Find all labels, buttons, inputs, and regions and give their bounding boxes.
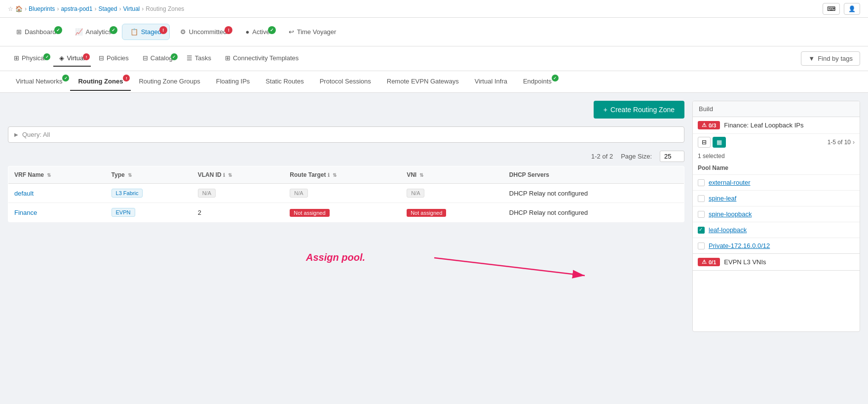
cell-vrf-finance: Finance <box>8 203 106 222</box>
dashboard-icon: ⊞ <box>16 28 22 36</box>
sub-tab-tasks-label: Tasks <box>195 54 211 62</box>
vni-not-assigned-badge: Not assigned <box>407 209 446 217</box>
pool-name-spine-loopback[interactable]: spine-loopback <box>709 210 752 218</box>
nav-tabs: Virtual Networks ✓ Routing Zones ! Routi… <box>0 71 868 93</box>
pool-checkbox-spine-leaf[interactable] <box>698 195 705 202</box>
tab-staged[interactable]: 📋 Staged ! <box>122 24 170 40</box>
tab-time-voyager[interactable]: ↩ Time Voyager <box>280 24 345 40</box>
pool-checkbox-leaf-loopback[interactable] <box>698 227 705 234</box>
pool-checkbox-external-router[interactable] <box>698 179 705 186</box>
evpn-badge-label: 0/1 <box>709 259 716 265</box>
sub-tab-connectivity-label: Connectivity Templates <box>233 54 299 62</box>
selected-count: 1 selected <box>698 153 855 160</box>
vlan-na-badge: N/A <box>198 189 216 198</box>
analytics-icon: 📈 <box>75 28 83 36</box>
sub-tab-tasks[interactable]: ☰ Tasks <box>181 50 217 67</box>
right-panel: Build ⚠ 0/3 Finance: Leaf Loopback IPs ⊟… <box>692 101 860 332</box>
alert-icon-evpn: ⚠ <box>702 259 707 265</box>
cell-type-finance: EVPN <box>106 203 192 222</box>
create-routing-zone-label: Create Routing Zone <box>610 106 675 114</box>
query-bar[interactable]: ▶ Query: All <box>8 126 684 143</box>
evpn-alert-badge: ⚠ 0/1 <box>698 258 720 266</box>
sub-tab-catalog[interactable]: ⊟ Catalog ✓ <box>137 50 179 67</box>
finance-leaf-alert-badge: ⚠ 0/3 <box>698 121 720 129</box>
evpn-l3-title: EVPN L3 VNIs <box>724 258 766 266</box>
sort-type-icon[interactable]: ⇅ <box>128 172 132 178</box>
list-item: spine-leaf <box>693 191 860 206</box>
pool-section-header-evpn: ⚠ 0/1 EVPN L3 VNIs <box>693 254 860 270</box>
nav-tab-routing-zone-groups[interactable]: Routing Zone Groups <box>131 73 208 91</box>
sub-tab-policies[interactable]: ⊟ Policies <box>93 50 135 67</box>
person-button[interactable]: 👤 <box>844 3 860 15</box>
tab-staged-label: Staged <box>141 28 161 36</box>
tab-active[interactable]: ● Active ✓ <box>237 24 278 40</box>
vrf-default-link[interactable]: default <box>14 190 34 197</box>
pool-pagination-next-icon[interactable]: › <box>853 139 855 146</box>
terminal-button[interactable]: ⌨ <box>823 3 840 15</box>
breadcrumb-staged[interactable]: Staged <box>98 5 117 12</box>
nav-tab-virtual-infra[interactable]: Virtual Infra <box>467 73 515 91</box>
breadcrumb-blueprints[interactable]: Blueprints <box>29 5 55 12</box>
nav-tab-protocol-sessions[interactable]: Protocol Sessions <box>312 73 379 91</box>
pool-checkbox-spine-loopback[interactable] <box>698 211 705 218</box>
list-item: Private-172.16.0.0/12 <box>693 238 860 253</box>
sub-tab-virtual[interactable]: ◈ Virtual ! <box>53 50 91 67</box>
page-size-input[interactable] <box>660 151 684 162</box>
sort-vrf-icon[interactable]: ⇅ <box>47 172 51 178</box>
find-by-tags-label: Find by tags <box>818 55 853 62</box>
nav-tab-floating-ips[interactable]: Floating IPs <box>208 73 258 91</box>
table-controls: 1-2 of 2 Page Size: <box>8 151 684 162</box>
tab-uncommitted[interactable]: ⚙ Uncommitted ! <box>172 24 235 40</box>
pool-checkbox-private-172[interactable] <box>698 242 705 249</box>
sort-vlan-icon[interactable]: ⇅ <box>228 172 232 178</box>
virtual-networks-badge: ✓ <box>62 75 69 81</box>
sub-tab-connectivity[interactable]: ⊞ Connectivity Templates <box>219 50 304 67</box>
nav-tab-endpoints[interactable]: Endpoints ✓ <box>515 73 560 91</box>
cell-type-default: L3 Fabric <box>106 184 192 203</box>
endpoints-badge: ✓ <box>552 75 559 81</box>
breadcrumb: ☆ 🏠 › Blueprints › apstra-pod1 › Staged … <box>8 5 184 12</box>
tab-dashboard[interactable]: ⊞ Dashboard ✓ <box>8 24 65 40</box>
nav-tab-static-routes[interactable]: Static Routes <box>258 73 311 91</box>
nav-tab-remote-evpn[interactable]: Remote EVPN Gateways <box>379 73 467 91</box>
connectivity-icon: ⊞ <box>225 54 230 62</box>
list-item: external-router <box>693 175 860 191</box>
analytics-badge: ✓ <box>110 26 117 34</box>
pool-name-spine-leaf[interactable]: spine-leaf <box>709 195 736 202</box>
catalog-icon: ⊟ <box>143 54 148 62</box>
info-route-icon: ℹ <box>328 172 330 178</box>
col-vni: VNI ⇅ <box>401 166 503 184</box>
nav-tab-routing-zones[interactable]: Routing Zones ! <box>70 73 131 91</box>
content-main: + Create Routing Zone ▶ Query: All 1-2 o… <box>8 101 684 332</box>
tab-analytics[interactable]: 📈 Analytics ✓ <box>67 24 120 40</box>
pool-items: external-router spine-leaf spine-loopbac… <box>693 175 860 253</box>
cell-route-default: N/A <box>284 184 401 203</box>
pool-name-leaf-loopback[interactable]: leaf-loopback <box>709 226 747 234</box>
tab-active-label: Active <box>252 28 269 36</box>
sort-vni-icon[interactable]: ⇅ <box>419 172 423 178</box>
page-size-label: Page Size: <box>621 153 652 160</box>
breadcrumb-current: Routing Zones <box>146 5 184 12</box>
pool-ctrl-active-button[interactable]: ▦ <box>713 137 726 148</box>
pool-name-external-router[interactable]: external-router <box>709 179 751 186</box>
vrf-finance-link[interactable]: Finance <box>14 209 37 216</box>
sep1: › <box>57 5 59 12</box>
pool-list-controls: ⊟ ▦ <box>698 137 726 148</box>
breadcrumb-virtual[interactable]: Virtual <box>123 5 140 12</box>
main-tabs: ⊞ Dashboard ✓ 📈 Analytics ✓ 📋 Staged ! ⚙… <box>0 18 868 46</box>
pool-col-header: Pool Name <box>693 162 860 175</box>
col-vrf-name: VRF Name ⇅ <box>8 166 106 184</box>
sort-route-icon[interactable]: ⇅ <box>333 172 337 178</box>
nav-tab-virtual-networks[interactable]: Virtual Networks ✓ <box>8 73 70 91</box>
type-l3-badge: L3 Fabric <box>112 189 143 198</box>
route-not-assigned-badge: Not assigned <box>290 209 329 217</box>
create-routing-zone-button[interactable]: + Create Routing Zone <box>594 101 684 119</box>
pool-ctrl-copy-button[interactable]: ⊟ <box>698 137 711 148</box>
find-by-tags-button[interactable]: ▼ Find by tags <box>801 51 860 66</box>
sub-tab-physical[interactable]: ⊞ Physical ✓ <box>8 50 51 67</box>
tab-time-voyager-label: Time Voyager <box>297 28 337 36</box>
routing-zones-badge: ! <box>123 75 130 81</box>
breadcrumb-pod[interactable]: apstra-pod1 <box>61 5 92 12</box>
pool-name-private-172[interactable]: Private-172.16.0.0/12 <box>709 242 770 249</box>
tab-dashboard-label: Dashboard <box>25 28 56 36</box>
